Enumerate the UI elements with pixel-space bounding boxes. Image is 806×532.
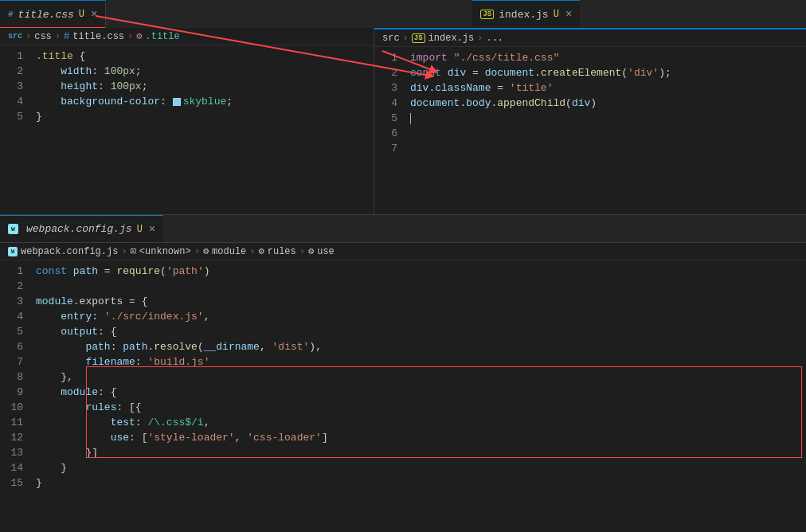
tab-webpack-label: webpack.config.js <box>26 223 132 235</box>
tab-modified-indicator: U <box>79 9 84 20</box>
tab-index-js[interactable]: JS index.js U × <box>472 0 580 28</box>
bc-unknown: <unknown> <box>139 246 191 257</box>
tab-close-css[interactable]: × <box>91 8 97 21</box>
code-line: 10 rules: [{ <box>0 400 806 415</box>
css-icon: # <box>8 10 14 19</box>
bc-module-icon: ⚙ <box>203 245 209 257</box>
webpack-icon: W <box>8 224 18 234</box>
code-line: 6 path: path.resolve(__dirname, 'dist'), <box>0 339 806 354</box>
tab-webpack-modified: U <box>137 224 143 235</box>
code-line: 4 background-color: skyblue; <box>0 94 374 109</box>
code-line: 5 <box>374 111 806 126</box>
top-tab-bar: # title.css U × JS index.js U × <box>0 0 806 28</box>
bc-js-icon: JS <box>412 33 425 43</box>
code-line: 2 const div = document.createElement('di… <box>374 65 806 80</box>
code-line: 7 <box>374 141 806 156</box>
left-code-area[interactable]: 1 .title { 2 width: 100px; 3 height: 100… <box>0 45 374 127</box>
bc-rules: rules <box>268 246 296 257</box>
js-icon-top: JS <box>480 10 494 19</box>
bottom-code-area[interactable]: 1 const path = require('path') 2 3 modul… <box>0 260 806 494</box>
code-line: 3 height: 100px; <box>0 79 374 94</box>
code-line: 14 } <box>0 460 806 475</box>
code-line: 3 div.className = 'title' <box>374 80 806 96</box>
tab-index-js-label: index.js <box>499 9 548 21</box>
code-line: 1 const path = require('path') <box>0 264 806 279</box>
bc-src: src <box>382 33 400 44</box>
text-cursor <box>410 113 411 124</box>
code-line: 1 .title { <box>0 49 374 64</box>
code-line: 9 module: { <box>0 385 806 400</box>
bc-index-js: index.js <box>428 33 475 44</box>
bc-use-icon: ⚙ <box>308 245 314 257</box>
tab-close-webpack[interactable]: × <box>149 223 155 236</box>
tab-webpack-config[interactable]: W webpack.config.js U × <box>0 215 163 242</box>
left-breadcrumb: src › css › # title.css › ⚙ .title <box>0 28 374 45</box>
bc-webpack-name: webpack.config.js <box>21 246 118 257</box>
code-line: 2 width: 100px; <box>0 64 374 79</box>
bottom-editor: W webpack.config.js › ⊡ <unknown> › ⚙ mo… <box>0 243 806 532</box>
bc-module: module <box>212 246 246 257</box>
breadcrumb-title-css: title.css <box>72 31 124 42</box>
bc-rules-icon: ⚙ <box>259 245 264 257</box>
code-line: 13 }] <box>0 445 806 460</box>
color-swatch <box>173 98 181 106</box>
code-line: 3 module.exports = { <box>0 294 806 309</box>
bc-webpack-icon: W <box>8 247 18 256</box>
bc-use: use <box>317 246 335 257</box>
bc-bracket-icon: ⊡ <box>131 245 136 257</box>
tab-title-css[interactable]: # title.css U × <box>0 0 106 28</box>
code-line: 5 output: { <box>0 324 806 339</box>
tab-title-css-label: title.css <box>18 9 74 21</box>
left-editor: src › css › # title.css › ⚙ .title 1 .ti… <box>0 28 374 214</box>
breadcrumb-css-folder: css <box>34 31 52 42</box>
code-line: 7 filename: 'build.js' <box>0 354 806 370</box>
right-breadcrumb: src › JS index.js › ... <box>374 29 806 47</box>
code-line: 11 test: /\.css$/i, <box>0 415 806 430</box>
code-line: 5 } <box>0 109 374 124</box>
top-editors: src › css › # title.css › ⚙ .title 1 .ti… <box>0 28 806 215</box>
code-line: 15 } <box>0 475 806 491</box>
bottom-breadcrumb: W webpack.config.js › ⊡ <unknown> › ⚙ mo… <box>0 243 806 260</box>
bottom-tab-bar: W webpack.config.js U × <box>0 215 806 243</box>
right-editor: src › JS index.js › ... 1 import "./css/… <box>374 28 806 214</box>
breadcrumb-sym-icon: ⚙ <box>136 30 142 42</box>
tab-close-js[interactable]: × <box>565 8 572 21</box>
breadcrumb-src-icon: src <box>8 32 22 41</box>
code-line: 4 document.body.appendChild(div) <box>374 96 806 111</box>
code-line: 6 <box>374 126 806 141</box>
bc-ellipsis: ... <box>486 33 503 44</box>
breadcrumb-css-icon: # <box>64 31 69 42</box>
right-code-area[interactable]: 1 import "./css/title.css" 2 const div =… <box>374 47 806 159</box>
code-line: 12 use: ['style-loader', 'css-loader'] <box>0 430 806 445</box>
code-line: 4 entry: './src/index.js', <box>0 309 806 324</box>
code-line: 1 import "./css/title.css" <box>374 50 806 65</box>
tab-modified-js: U <box>554 9 559 20</box>
code-line: 8 }, <box>0 370 806 385</box>
breadcrumb-selector: .title <box>145 31 179 42</box>
bottom-section: W webpack.config.js U × W webpack.config… <box>0 215 806 532</box>
code-line: 2 <box>0 279 806 294</box>
